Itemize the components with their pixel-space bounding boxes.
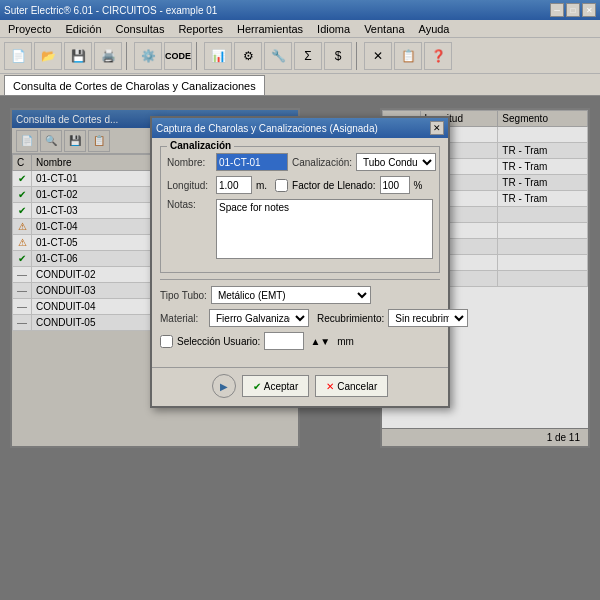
toolbar-help-button[interactable]: ❓ [424,42,452,70]
material-select[interactable]: Fierro Galvanizado [209,309,309,327]
aceptar-button[interactable]: ✔ Aceptar [242,375,309,397]
toolbar-separator-1 [126,42,130,70]
app-close-button[interactable]: ✕ [582,3,596,17]
modal-title-bar: Captura de Charolas y Canalizaciones (As… [152,118,448,138]
menu-ayuda[interactable]: Ayuda [415,22,454,36]
modal-footer: ▶ ✔ Aceptar ✕ Cancelar [152,367,448,406]
menu-reportes[interactable]: Reportes [174,22,227,36]
toolbar-code-button[interactable]: CODE [164,42,192,70]
menu-proyecto[interactable]: Proyecto [4,22,55,36]
main-area: Consulta de Cortes d... 📄 🔍 💾 📋 C Nombre… [0,96,600,600]
tipo-tubo-row: Tipo Tubo: Metálico (EMT) [160,286,440,304]
tab-bar: Consulta de Cortes de Charolas y Canaliz… [0,74,600,96]
longitud-unit: m. [256,180,267,191]
tipo-tubo-select[interactable]: Metálico (EMT) [211,286,371,304]
toolbar-sigma-button[interactable]: Σ [294,42,322,70]
notas-label: Notas: [167,199,212,210]
toolbar-separator-2 [196,42,200,70]
nombre-input[interactable] [216,153,288,171]
toolbar-new-button[interactable]: 📄 [4,42,32,70]
recubrimiento-label: Recubrimiento: [317,313,384,324]
tipo-tubo-label: Tipo Tubo: [160,290,207,301]
app-title: Suter Electric® 6.01 - CIRCUITOS - examp… [4,5,217,16]
check-icon: ✔ [253,381,261,392]
title-bar: Suter Electric® 6.01 - CIRCUITOS - examp… [0,0,600,20]
cancelar-button[interactable]: ✕ Cancelar [315,375,388,397]
canalizacion-section: Canalización Nombre: Canalización: Tubo … [160,146,440,273]
aceptar-label: Aceptar [264,381,298,392]
menu-ventana[interactable]: Ventana [360,22,408,36]
modal-close-button[interactable]: ✕ [430,121,444,135]
toolbar-list-button[interactable]: 📋 [394,42,422,70]
tab-consulta[interactable]: Consulta de Cortes de Charolas y Canaliz… [4,75,265,95]
toolbar: 📄 📂 💾 🖨️ ⚙️ CODE 📊 ⚙ 🔧 Σ $ ✕ 📋 ❓ [0,38,600,74]
material-label: Material: [160,313,205,324]
tab-consulta-label: Consulta de Cortes de Charolas y Canaliz… [13,80,256,92]
nombre-row: Nombre: Canalización: Tubo Conduit [167,153,433,171]
toolbar-chart-button[interactable]: 📊 [204,42,232,70]
menu-idioma[interactable]: Idioma [313,22,354,36]
material-row: Material: Fierro Galvanizado Recubrimien… [160,309,440,327]
toolbar-print-button[interactable]: 🖨️ [94,42,122,70]
longitud-row: Longitud: m. Factor de Llenado: % [167,176,433,194]
recubrimiento-select[interactable]: Sin recubrimiento [388,309,468,327]
menu-bar: Proyecto Edición Consultas Reportes Herr… [0,20,600,38]
minimize-button[interactable]: ─ [550,3,564,17]
factor-unit: % [414,180,423,191]
toolbar-save-button[interactable]: 💾 [64,42,92,70]
seleccion-label: Selección Usuario: [177,336,260,347]
divider-1 [160,279,440,280]
toolbar-close-button[interactable]: ✕ [364,42,392,70]
menu-consultas[interactable]: Consultas [112,22,169,36]
modal-body: Canalización Nombre: Canalización: Tubo … [152,138,448,363]
longitud-input[interactable] [216,176,252,194]
canalizacion-select[interactable]: Tubo Conduit [356,153,436,171]
modal-overlay: Captura de Charolas y Canalizaciones (As… [0,96,600,600]
toolbar-settings2-button[interactable]: ⚙ [234,42,262,70]
cancel-icon: ✕ [326,381,334,392]
toolbar-calc-button[interactable]: 🔧 [264,42,292,70]
maximize-button[interactable]: □ [566,3,580,17]
seleccion-unit: mm [337,336,354,347]
canalizacion-label: Canalización: [292,157,352,168]
menu-edicion[interactable]: Edición [61,22,105,36]
toolbar-separator-3 [356,42,360,70]
factor-input[interactable] [380,176,410,194]
toolbar-dollar-button[interactable]: $ [324,42,352,70]
cancelar-label: Cancelar [337,381,377,392]
seleccion-row: Selección Usuario: ▲▼ mm [160,332,440,350]
play-button[interactable]: ▶ [212,374,236,398]
toolbar-settings-button[interactable]: ⚙️ [134,42,162,70]
modal-dialog: Captura de Charolas y Canalizaciones (As… [150,116,450,408]
canalizacion-section-label: Canalización [167,140,234,151]
factor-checkbox[interactable] [275,179,288,192]
longitud-label: Longitud: [167,180,212,191]
toolbar-open-button[interactable]: 📂 [34,42,62,70]
menu-herramientas[interactable]: Herramientas [233,22,307,36]
modal-title: Captura de Charolas y Canalizaciones (As… [156,123,378,134]
nombre-label: Nombre: [167,157,212,168]
factor-label: Factor de Llenado: [292,180,375,191]
notes-input[interactable]: Space for notes [216,199,433,259]
title-bar-buttons: ─ □ ✕ [550,3,596,17]
seleccion-input[interactable] [264,332,304,350]
seleccion-checkbox[interactable] [160,335,173,348]
notas-row: Notas: Space for notes [167,199,433,261]
